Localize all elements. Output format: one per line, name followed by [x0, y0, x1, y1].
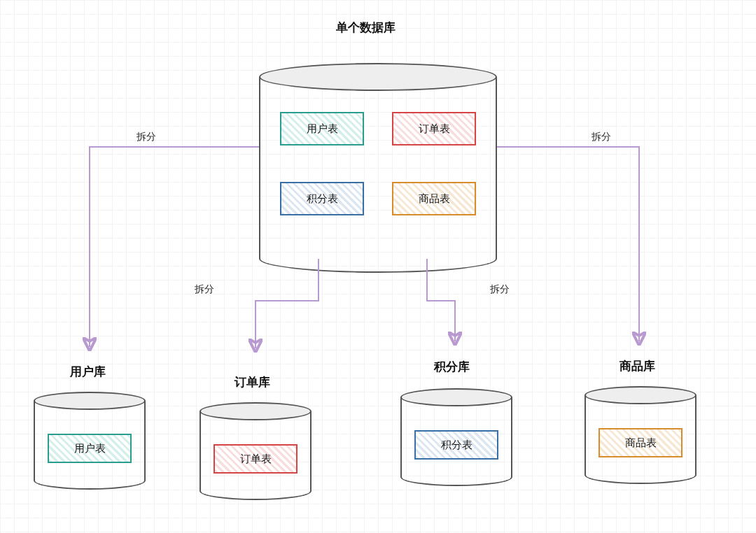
label-db-points: 积分库 [434, 359, 470, 375]
table-user: 用户表 [280, 112, 364, 145]
table-order-split: 订单表 [214, 444, 298, 474]
db-user: 用户表 [34, 392, 146, 490]
edge-label-midL: 拆分 [195, 283, 214, 296]
table-points-split: 积分表 [414, 430, 498, 460]
edge-label-right: 拆分 [592, 131, 611, 143]
db-single: 用户表 订单表 积分表 商品表 [259, 63, 497, 259]
table-product-split: 商品表 [598, 428, 682, 457]
table-user-split-label: 用户表 [74, 442, 106, 455]
label-db-product: 商品库 [620, 358, 655, 374]
table-order-split-label: 订单表 [240, 453, 272, 466]
table-points-label: 积分表 [307, 192, 338, 206]
table-user-label: 用户表 [307, 122, 338, 136]
db-order: 订单表 [200, 402, 312, 500]
db-product: 商品表 [584, 386, 696, 484]
edge-label-midR: 拆分 [490, 283, 510, 296]
table-user-split: 用户表 [48, 434, 132, 463]
table-product-split-label: 商品表 [625, 436, 657, 450]
db-points: 积分表 [400, 388, 512, 486]
label-db-order: 订单库 [234, 374, 270, 390]
edge-label-left: 拆分 [136, 131, 156, 143]
table-product-label: 商品表 [419, 192, 450, 206]
table-points-split-label: 积分表 [441, 439, 472, 452]
table-points: 积分表 [280, 182, 364, 215]
table-order-label: 订单表 [419, 122, 450, 136]
title-main-db: 单个数据库 [336, 20, 396, 36]
table-product: 商品表 [392, 182, 476, 215]
table-order: 订单表 [392, 112, 476, 145]
label-db-user: 用户库 [70, 364, 106, 380]
